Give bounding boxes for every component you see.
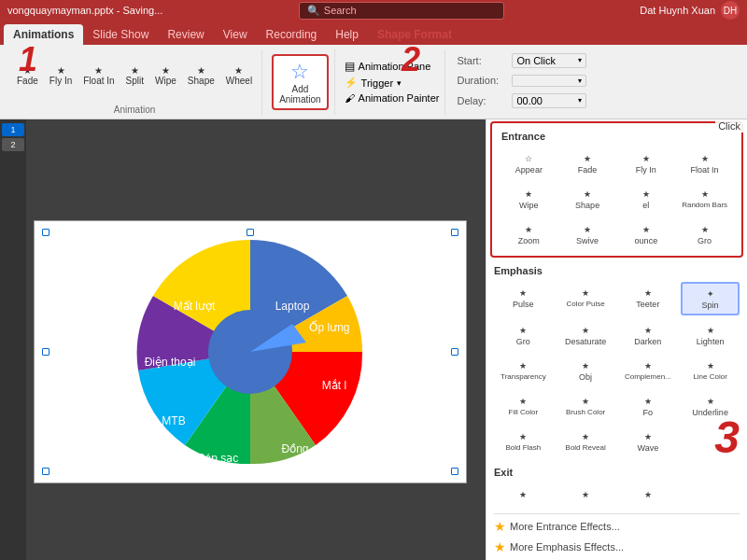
delay-dropdown[interactable]: 00.00 ▾ [512, 93, 586, 108]
more-effects-section: ★ More Entrance Effects... ★ More Emphas… [486, 508, 747, 560]
slide-thumb-1[interactable]: 1 [2, 123, 24, 136]
tab-slideshow[interactable]: Slide Show [83, 24, 158, 45]
anim-wave[interactable]: ★ Wave [619, 426, 678, 457]
tab-help[interactable]: Help [326, 24, 368, 45]
anim-bold-reveal[interactable]: ★ Bold Reveal [557, 426, 615, 457]
shape-btn[interactable]: ★ Shape [184, 63, 218, 88]
anim-appear[interactable]: ☆ Appear [501, 147, 557, 179]
gro-em-icon: ★ [519, 326, 527, 335]
anim-desaturate[interactable]: ★ Desaturate [557, 319, 615, 351]
title-bar-left: vongquaymayman.pptx - Saving... [7, 5, 162, 16]
wipe-btn[interactable]: ★ Wipe [151, 63, 180, 88]
wave-icon: ★ [644, 432, 652, 441]
anim-pulse[interactable]: ★ Pulse [494, 282, 553, 315]
tab-view[interactable]: View [214, 24, 257, 45]
selection-handle-mr[interactable] [451, 348, 458, 356]
flyin-label: Fly In [49, 76, 72, 86]
anim-gro-e[interactable]: ★ Gro [677, 218, 732, 250]
anim-exit-2[interactable]: ★ [557, 483, 615, 504]
anim-bounce[interactable]: ★ ounce [619, 218, 674, 250]
el-label: el [642, 201, 649, 210]
gro-e-icon: ★ [701, 225, 709, 234]
search-box[interactable]: 🔍 Search [299, 2, 504, 20]
delay-value: 00.00 [516, 95, 543, 106]
flyin2-label: Fly In [636, 165, 656, 175]
anim-swive[interactable]: ★ Swive [560, 218, 615, 250]
start-dropdown[interactable]: On Click ▾ [512, 53, 586, 68]
anim-transparency[interactable]: ★ Transparency [494, 355, 553, 386]
anim-zoom[interactable]: ★ Zoom [501, 218, 557, 250]
duration-row: Duration: ▾ [457, 75, 586, 87]
title-bar: vongquaymayman.pptx - Saving... 🔍 Search… [0, 0, 747, 21]
wheel-btn[interactable]: ★ Wheel [222, 63, 256, 88]
anim-line-color[interactable]: ★ Line Color [681, 355, 740, 386]
anim-brush-color[interactable]: ★ Brush Color [557, 390, 615, 422]
selection-handle-br[interactable] [451, 468, 458, 475]
start-label: Start: [457, 55, 508, 66]
anim-complement[interactable]: ★ Complemen... [619, 355, 678, 386]
tab-review[interactable]: Review [158, 24, 213, 45]
animation-pane-btn[interactable]: ▤ Animation Pane [345, 60, 440, 73]
slide-thumb-2[interactable]: 2 [2, 138, 24, 151]
anim-floatin[interactable]: ★ Float In [677, 147, 732, 179]
bold-reveal-icon: ★ [582, 432, 589, 441]
entrance-section: Entrance ☆ Appear ★ Fade ★ Fly In ★ Floa… [490, 121, 743, 258]
anim-fo[interactable]: ★ Fo [619, 390, 678, 422]
annotation-1: 1 [19, 40, 37, 79]
selection-handle-tl[interactable] [42, 229, 49, 236]
anim-fade[interactable]: ★ Fade [560, 147, 615, 179]
gro-e-label: Gro [698, 236, 712, 245]
add-animation-button[interactable]: ☆ Add Animation [272, 54, 328, 110]
wheel-icon: ★ [234, 65, 243, 76]
bold-flash-label: Bold Flash [505, 443, 541, 452]
anim-el[interactable]: ★ el [619, 183, 674, 215]
entrance-grid: ☆ Appear ★ Fade ★ Fly In ★ Float In ★ [494, 144, 740, 254]
split-btn[interactable]: ★ Split [122, 63, 148, 88]
delay-row: Delay: 00.00 ▾ [457, 93, 586, 108]
selection-handle-ml[interactable] [42, 348, 49, 356]
anim-gro-em[interactable]: ★ Gro [494, 319, 553, 351]
anim-darken[interactable]: ★ Darken [619, 319, 678, 351]
anim-exit-3[interactable]: ★ [619, 483, 678, 504]
anim-shape[interactable]: ★ Shape [560, 183, 615, 215]
brush-color-label: Brush Color [566, 408, 605, 416]
anim-teeter[interactable]: ★ Teeter [619, 282, 678, 315]
more-emphasis-link[interactable]: ★ More Emphasis Effects... [494, 537, 740, 557]
anim-obj[interactable]: ★ Obj [557, 355, 615, 386]
anim-flyin[interactable]: ★ Fly In [619, 147, 674, 179]
transparency-icon: ★ [519, 361, 527, 371]
complement-label: Complemen... [625, 372, 671, 381]
tab-animations[interactable]: Animations [4, 24, 83, 45]
flyin-btn[interactable]: ★ Fly In [46, 63, 76, 88]
floatin-btn[interactable]: ★ Float In [79, 63, 118, 88]
fade2-icon: ★ [584, 154, 591, 163]
animation-painter-btn[interactable]: 🖌 Animation Painter [345, 92, 440, 104]
anim-underline[interactable]: ★ Underline [681, 390, 740, 422]
duration-dropdown-arrow: ▾ [578, 77, 582, 85]
anim-lighten[interactable]: ★ Lighten [681, 319, 740, 351]
more-entrance-link[interactable]: ★ More Entrance Effects... [494, 516, 740, 537]
duration-dropdown[interactable]: ▾ [512, 75, 586, 87]
anim-wipe[interactable]: ★ Wipe [501, 183, 557, 215]
pulse-icon: ★ [519, 288, 527, 298]
spin-label: Spin [702, 301, 719, 310]
selection-handle-tr[interactable] [451, 229, 458, 236]
anim-spin[interactable]: ✦ Spin [681, 282, 740, 315]
anim-bold-flash[interactable]: ★ Bold Flash [494, 426, 553, 457]
underline-icon: ★ [707, 397, 714, 406]
anim-exit-1[interactable]: ★ [494, 483, 553, 504]
animation-painter-label: Animation Painter [359, 92, 440, 104]
slide-panel: 1 2 [0, 119, 486, 560]
anim-random-bars[interactable]: ★ Random Bars [677, 183, 732, 215]
trigger-btn[interactable]: ⚡ Trigger ▾ [345, 77, 440, 89]
emphasis-grid: ★ Pulse ★ Color Pulse ★ Teeter ✦ Spin ★ [486, 278, 747, 461]
selection-handle-tm[interactable] [247, 229, 254, 236]
selection-handle-bl[interactable] [42, 468, 49, 475]
slide-canvas[interactable]: Laptop Ốp lưng Mắt l Đồng Cáp sạc MTB Đi… [34, 220, 467, 483]
gro-em-label: Gro [516, 337, 530, 346]
wipe-icon: ★ [162, 65, 170, 76]
anim-fill-color[interactable]: ★ Fill Color [494, 390, 553, 422]
tab-recording[interactable]: Recording [257, 24, 327, 45]
anim-color-pulse[interactable]: ★ Color Pulse [557, 282, 615, 315]
label-mtb: MTB [162, 414, 185, 427]
